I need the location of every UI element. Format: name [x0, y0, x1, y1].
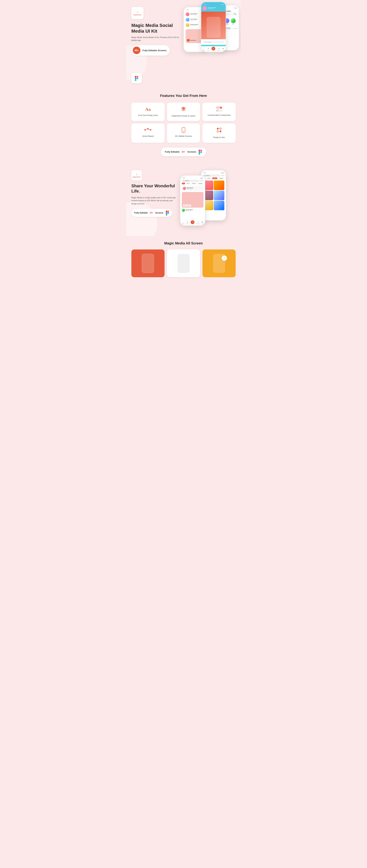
tab2-photos[interactable]: Photos — [212, 178, 218, 179]
figma-share-1 — [166, 211, 167, 212]
nav-play: ▶Play — [222, 48, 224, 51]
figma-piece-5 — [135, 79, 136, 81]
photo-6 — [214, 201, 224, 210]
figma-share-2 — [168, 211, 169, 212]
screen-badge: ♥ — [222, 255, 227, 261]
toggle-row-on — [216, 106, 222, 109]
share-logo-box: ♪ MagicMedia — [131, 170, 142, 181]
share-phones: 9:41● ● ▮ 🔍Fashion | Cancel All Post Pho… — [180, 170, 236, 229]
feature-label-mobile: 40+ Mobile Screens — [175, 135, 192, 137]
tab-photos[interactable]: Photos — [191, 183, 197, 184]
share-logo-icon: ♪ — [136, 173, 137, 176]
mobile-icon — [182, 127, 185, 133]
feature-card-font: Aa Free Font Family Used — [131, 102, 165, 121]
phone2-send: Send message — [201, 39, 226, 45]
send-msg-input: Send message — [203, 41, 224, 43]
share-avatar — [183, 187, 186, 190]
figma-share-3 — [166, 212, 167, 214]
toggle-dot-on — [220, 107, 222, 108]
share-photo-grid — [203, 181, 224, 210]
hero-title: Magic Media Social Media UI Kit — [131, 23, 180, 34]
svg-point-2 — [144, 129, 146, 130]
figma-logo-box — [131, 73, 142, 83]
screen-phone-1 — [142, 254, 154, 273]
figma-piece-1 — [135, 76, 136, 78]
phone2-avatar — [203, 6, 207, 10]
nav-search: ⊕Search — [207, 48, 210, 51]
figma-cta-4 — [200, 151, 202, 153]
tab-people[interactable]: People — [198, 183, 203, 184]
figma-share-5 — [166, 214, 167, 216]
feature-card-ready: Ready to Use — [202, 123, 236, 143]
share-section: ♪ MagicMedia Share Your Wonderful Life. … — [126, 163, 241, 236]
hero-badge: 40+ Fully Editable Screens — [131, 45, 170, 56]
share-logo-text: MagicMedia — [133, 176, 140, 178]
share-left: ♪ MagicMedia Share Your Wonderful Life. … — [131, 170, 176, 217]
feature-label-vector: Vector Based — [142, 135, 153, 137]
tab2-post[interactable]: Post — [207, 178, 211, 179]
hero-section: ♪ MagicMedia Magic Media Social Media UI… — [126, 0, 241, 87]
figma-icon — [135, 76, 138, 81]
features-cta-button[interactable]: Fully Editable 40+ Screens — [161, 148, 206, 156]
person-placeholder — [207, 17, 221, 38]
share-usersub: Natural Stylist — [187, 188, 193, 189]
share-cta-text: Fully Editable — [134, 212, 148, 214]
share-phone1-tabs: All Post Photos People — [182, 183, 203, 184]
hero-badge-text: Fully Editable Screens — [142, 49, 167, 52]
tab2-people[interactable]: People — [219, 178, 224, 179]
figma-piece-4 — [137, 78, 138, 79]
feature-card-components: Customizable Components — [202, 102, 236, 121]
feature-label-ready: Ready to Use — [213, 136, 225, 139]
feature-label-font: Free Font Family Used — [138, 114, 158, 117]
logo-text: MagicMedia — [134, 14, 141, 16]
share-user-row: Reina Brooks Natural Stylist — [183, 187, 202, 190]
share-phone1-nav: ⌂Home ⊕Search + ✉Message ▶Play — [180, 220, 205, 225]
post-username: Reina Brooks — [191, 40, 196, 41]
share-phone1-search: 🔍Fashion | — [182, 180, 199, 182]
avatar-2 — [186, 18, 190, 22]
layers-icon — [181, 106, 186, 113]
share-username2: Novalee Spicer — [186, 209, 193, 210]
share-avatar2 — [182, 209, 185, 212]
nav-add: + — [211, 48, 215, 51]
share-title: Share Your Wonderful Life. — [131, 183, 176, 194]
hero-badge-number: 40+ — [133, 46, 140, 54]
group-avatar-gym — [231, 18, 236, 23]
nav-msg-share: ✉Message — [196, 221, 200, 224]
tab-post[interactable]: Post — [186, 183, 190, 184]
feature-card-vector: Vector Based — [131, 123, 165, 143]
phone2-status: 9:41● ● ▮ — [203, 3, 224, 5]
screen-thumb-3: ♥ — [202, 249, 236, 277]
features-cta-suffix: Screens — [187, 151, 196, 153]
share-right: 9:41● ● ▮ 🔍Fashion | Cancel All Post Pho… — [180, 170, 236, 229]
figma-cta-5 — [199, 153, 200, 155]
toggle-visual — [216, 106, 222, 112]
share-cta-suffix: Screens — [154, 212, 163, 214]
figma-cta-2 — [200, 150, 202, 151]
nav-home: ⌂Home — [203, 48, 205, 51]
nav-message: ✉Message — [217, 48, 221, 51]
figma-cta-1 — [199, 150, 200, 151]
share-phone2-status: 9:41● ● ▮ — [203, 172, 224, 174]
svg-point-4 — [150, 129, 151, 130]
screen-phone-2 — [177, 254, 190, 273]
figma-cta-3 — [199, 151, 200, 153]
toggle-icon — [216, 106, 222, 112]
group-name-gym: Gym — [232, 24, 234, 25]
share-userinfo: Reina Brooks Natural Stylist — [187, 187, 193, 189]
share-user2-row: Novalee Spicer Natural Stylist — [182, 209, 203, 212]
figma-piece-3 — [135, 78, 136, 79]
feature-label-components: Customizable Components — [208, 114, 231, 117]
share-phone1-search-row: 🔍Fashion | Cancel — [182, 180, 203, 182]
mobile-visual — [182, 127, 185, 133]
nav-home-share: ⌂Home — [182, 221, 184, 224]
tab-all[interactable]: All — [182, 183, 185, 184]
share-cta-badge[interactable]: Fully Editable 40+ Screens — [131, 209, 172, 217]
avatar-1 — [186, 12, 190, 16]
share-phone1-status: 9:41● ● ▮ — [182, 177, 203, 179]
phone2-userinfo: Addilynn Dodge United States — [208, 7, 216, 9]
share-cta-highlight: 40+ — [150, 212, 153, 214]
share-phone2-tabs: All Post Photos People — [203, 178, 224, 179]
phone2-user: Addilynn Dodge United States — [203, 6, 224, 10]
share-phone2-cancel: Cancel — [221, 175, 224, 176]
